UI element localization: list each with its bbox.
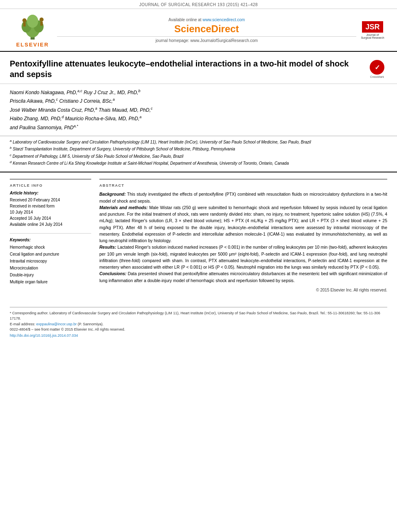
elsevier-tree-icon <box>16 12 49 41</box>
author-mauad: Thais Mauad, MD, PhD, <box>99 107 151 113</box>
elsevier-logo: ELSEVIER <box>8 12 57 48</box>
keywords-label: Keywords: <box>10 238 91 242</box>
article-info-heading: ARTICLE INFO <box>10 183 91 188</box>
article-history: Article history: Received 20 February 20… <box>10 191 91 227</box>
keyword-6: Multiple organ failure <box>10 278 91 285</box>
author-sannomiya: and Paulina Sannomiya, PhD <box>10 125 74 130</box>
svg-rect-6 <box>23 22 26 26</box>
crossmark-label: CrossMark <box>370 75 384 78</box>
keywords-section: Keywords: Hemorrhagic shock Cecal ligati… <box>10 233 91 285</box>
author-rocha: Mauricio Rocha-e-Silva, MD, PhD, <box>65 116 140 121</box>
author-aikawa-sup: c <box>56 97 58 102</box>
email-line: E-mail address: exppaulina@incor.usp.br … <box>10 322 387 327</box>
history-online: Available online 24 July 2014 <box>10 221 91 227</box>
results-label: Results: <box>99 245 116 249</box>
history-received: Received 20 February 2014 <box>10 197 91 203</box>
author-zhang-sup: d <box>61 115 64 119</box>
history-revised-label: Received in revised form <box>10 203 91 209</box>
affil-c: c Department of Pathology, LIM 5, Univer… <box>10 153 387 159</box>
conclusions-text: Data presented showed that pentoxifyllin… <box>99 271 387 283</box>
methods-label: Materials and methods: <box>99 205 148 210</box>
email-suffix: (P. Sannomiya). <box>78 322 103 326</box>
author-aikawa: Priscila Aikawa, PhD, <box>10 98 56 104</box>
title-section: Pentoxifylline attenuates leukocyte–endo… <box>0 52 397 84</box>
author-nakagawa-sup: a,c <box>77 89 82 93</box>
author-cruz: Ruy J Cruz Jr., MD, PhD, <box>83 90 138 95</box>
conclusions-label: Conclusions: <box>99 271 127 276</box>
sciencedirect-url[interactable]: www.sciencedirect.com <box>202 18 245 22</box>
abstract-heading: ABSTRACT <box>99 183 387 188</box>
jsr-subtitle-text: Journal ofSurgical Research <box>361 33 384 39</box>
article-info-column: ARTICLE INFO Article history: Received 2… <box>10 179 91 292</box>
elsevier-brand-text: ELSEVIER <box>16 42 49 48</box>
issn-line: 0022-4804/$ – see front matter © 2015 El… <box>10 327 387 333</box>
footer-section: * Corresponding author. Laboratory of Ca… <box>10 307 387 338</box>
author-nakagawa: Naomi Kondo Nakagawa, PhD, <box>10 90 77 95</box>
abstract-text: Background: This study investigated the … <box>99 191 387 284</box>
svg-rect-8 <box>40 22 43 26</box>
keyword-2: Cecal ligation and puncture <box>10 251 91 258</box>
paper-title: Pentoxifylline attenuates leukocyte–endo… <box>10 58 367 79</box>
affil-b: b Starzl Transplantation Institute, Depa… <box>10 146 387 152</box>
author-mauad-sup: c <box>151 106 153 110</box>
corresponding-note: * Corresponding author. Laboratory of Ca… <box>10 311 387 322</box>
crossmark-icon: ✓ <box>370 60 384 75</box>
keyword-4: Microcirculation <box>10 265 91 272</box>
author-sannomiya-sup: a,* <box>74 124 78 128</box>
results-text: Lactated Ringer's solution induced marke… <box>99 245 387 269</box>
background-text: This study investigated the effects of p… <box>99 192 387 203</box>
author-cruz-sup: b <box>138 89 140 93</box>
affil-d: d Kennan Research Centre of Li Ka Shing … <box>10 160 387 166</box>
history-accepted: Accepted 16 July 2014 <box>10 215 91 221</box>
jsr-logo: JSR Journal ofSurgical Research <box>356 21 389 39</box>
jsr-box: JSR <box>362 21 383 33</box>
svg-point-4 <box>27 15 38 28</box>
affiliations-section: a Laboratory of Cardiovascular Surgery a… <box>0 136 397 172</box>
email-link[interactable]: exppaulina@incor.usp.br <box>36 322 77 326</box>
svg-point-5 <box>22 18 26 22</box>
author-correia: Cristiano J Correia, BSc, <box>59 98 112 104</box>
author-zhang: Haibo Zhang, MD, PhD, <box>10 116 61 121</box>
author-rocha-sup: a <box>139 115 141 119</box>
center-info: Available online at www.sciencedirect.co… <box>57 18 356 43</box>
journal-header-text: JOURNAL OF SURGICAL RESEARCH 193 (2015) … <box>139 2 258 7</box>
content-area: ARTICLE INFO Article history: Received 2… <box>0 172 397 299</box>
sciencedirect-logo: ScienceDirect <box>57 23 356 35</box>
background-label: Background: <box>99 192 126 196</box>
email-label: E-mail address: <box>10 322 35 326</box>
history-revised-date: 10 July 2014 <box>10 209 91 215</box>
journal-homepage-label: journal homepage: www.JournalofSurgicalR… <box>57 36 356 43</box>
doi-link[interactable]: http://dx.doi.org/10.1016/j.jss.2014.07.… <box>10 333 387 338</box>
author-costaCruz: José Walber Miranda Costa Cruz, PhD, <box>10 107 95 113</box>
top-banner: ELSEVIER Available online at www.science… <box>0 9 397 52</box>
crossmark-badge: ✓ CrossMark <box>367 60 387 79</box>
keyword-3: Intravital microscopy <box>10 258 91 265</box>
keyword-1: Hemorrhagic shock <box>10 244 91 251</box>
available-online-label: Available online at www.sciencedirect.co… <box>57 18 356 22</box>
svg-point-7 <box>39 18 44 22</box>
keyword-5: Double-injury <box>10 272 91 278</box>
journal-header: JOURNAL OF SURGICAL RESEARCH 193 (2015) … <box>0 0 397 9</box>
authors-list: Naomi Kondo Nakagawa, PhD,a,c Ruy J Cruz… <box>10 88 387 132</box>
affil-a: a Laboratory of Cardiovascular Surgery a… <box>10 139 387 145</box>
copyright-line: © 2015 Elsevier Inc. All rights reserved… <box>99 288 387 292</box>
history-label: Article history: <box>10 191 91 195</box>
methods-text: Male Wistar rats (250 g) were submitted … <box>99 205 387 243</box>
author-correia-sup: a <box>113 97 115 102</box>
abstract-column: ABSTRACT Background: This study investig… <box>99 179 387 292</box>
authors-section: Naomi Kondo Nakagawa, PhD,a,c Ruy J Cruz… <box>0 84 397 136</box>
author-costaCruz-sup: a <box>95 106 97 110</box>
